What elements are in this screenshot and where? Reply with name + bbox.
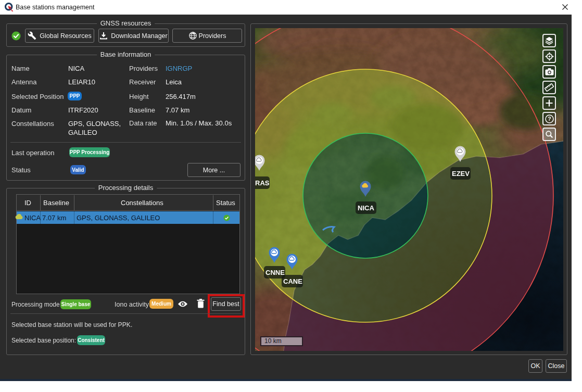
- svg-text:RAS: RAS: [255, 179, 270, 187]
- svg-text:CNNE: CNNE: [265, 269, 285, 276]
- svg-text:EZEV: EZEV: [452, 170, 470, 178]
- svg-text:?: ?: [548, 116, 551, 122]
- svg-text:CANE: CANE: [283, 277, 302, 285]
- svg-text:NICA: NICA: [358, 204, 374, 212]
